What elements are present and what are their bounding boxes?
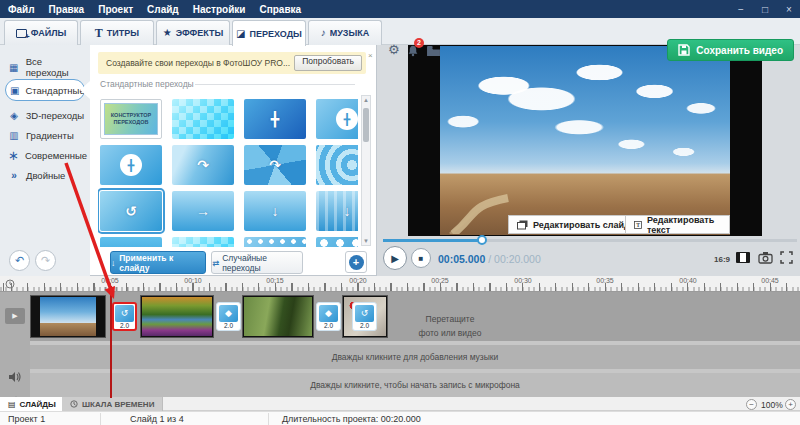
preview-photo: Редактировать слайд T Редактировать текс…	[440, 46, 730, 235]
zoom-in-button[interactable]: +	[785, 399, 796, 410]
promo-close-icon[interactable]: ×	[368, 51, 373, 60]
transition-tile-ripple[interactable]	[316, 145, 358, 185]
transition-tile-checker[interactable]	[172, 237, 234, 247]
apply-to-slide-button[interactable]: ↓ Применить к слайду	[110, 251, 206, 274]
svg-text:T: T	[636, 222, 640, 228]
seekbar-handle[interactable]	[477, 235, 487, 245]
menu-slide[interactable]: Слайд	[147, 4, 179, 15]
slides-track[interactable]: ↺ 2.0 ◆ 2.0 ◆ 2.0 ↺ 2.0 Перетащите фото	[30, 292, 800, 341]
transition-tile-dots[interactable]	[244, 237, 306, 247]
sidebar-item-modern[interactable]: ∗ Современные	[8, 146, 86, 164]
sidebar-item-gradients[interactable]: ▥ Градиенты	[8, 126, 86, 144]
transition-badge-1-icon: ↺	[115, 305, 134, 322]
shuffle-icon: ⇄	[212, 258, 219, 268]
timescale-clock-icon	[70, 400, 78, 408]
menu-edit[interactable]: Правка	[49, 4, 85, 15]
seekbar-progress	[383, 239, 481, 242]
minimize-button[interactable]: −	[734, 4, 748, 15]
sidebar-item-3d[interactable]: ◈ 3D-переходы	[8, 106, 86, 124]
transition-badge-2-icon: ◆	[219, 305, 238, 322]
transition-tile-page-curl-selected[interactable]: ↺	[100, 191, 162, 231]
stop-button[interactable]: ■	[411, 248, 431, 268]
slide-thumb-3[interactable]	[242, 295, 314, 338]
letterbox-toggle-icon[interactable]	[736, 252, 750, 263]
random-transitions-button[interactable]: ⇄ Случайные переходы	[211, 251, 303, 274]
transition-tile-expand[interactable]: ╋	[244, 99, 306, 139]
edit-slide-button[interactable]: Редактировать слайд	[508, 215, 639, 234]
aspect-ratio-label[interactable]: 16:9	[714, 255, 730, 264]
notification-badge: 2	[414, 38, 424, 48]
tab-music[interactable]: ♪ МУЗЫКА	[308, 20, 382, 45]
music-track[interactable]: Дважды кликните для добавления музыки	[30, 345, 800, 369]
promo-banner: Создавайте свои переходы в ФотоШОУ PRO..…	[98, 52, 366, 74]
ruler-major-ticks	[0, 283, 800, 291]
tab-files[interactable]: + ФАЙЛЫ	[4, 20, 78, 45]
tab-titles[interactable]: T ТИТРЫ	[80, 20, 154, 45]
slides-track-icon[interactable]: ▶	[5, 308, 25, 324]
microphone-track[interactable]: Дважды кликните, чтобы начать запись с м…	[30, 373, 800, 397]
transition-tile-mosaic[interactable]	[316, 237, 358, 247]
transition-tile-pinwheel[interactable]: ↷	[244, 145, 306, 185]
transition-tile-slide-right[interactable]: →	[172, 191, 234, 231]
transition-constructor-tile[interactable]: КОНСТРУКТОР ПЕРЕХОДОВ	[100, 99, 162, 139]
track-rail: ▶	[0, 292, 30, 397]
transition-tile-circle-open[interactable]: ╋	[316, 99, 358, 139]
menu-help[interactable]: Справка	[259, 4, 301, 15]
transition-badge-4[interactable]: ↺ 2.0	[352, 302, 377, 331]
timeline-ruler[interactable]: 00:05 00:10 00:15 00:20 00:25 00:30 00:3…	[0, 276, 800, 292]
add-transition-button[interactable]: +	[345, 251, 367, 273]
tab-slides-mode[interactable]: ▤ СЛАЙДЫ	[0, 397, 65, 411]
slide-3-photo	[244, 297, 312, 336]
3d-transitions-icon: ◈	[8, 110, 20, 121]
menu-file[interactable]: Файл	[8, 4, 35, 15]
transition-tile-corner-turn[interactable]: ↷	[172, 145, 234, 185]
snapshot-camera-icon[interactable]	[758, 251, 773, 264]
maximize-button[interactable]: □	[758, 4, 772, 15]
fullscreen-icon[interactable]	[780, 251, 793, 264]
projects-folder-icon[interactable]	[426, 45, 441, 57]
transition-badge-3[interactable]: ◆ 2.0	[316, 302, 341, 331]
scroll-down-icon[interactable]: ▼	[362, 238, 370, 244]
save-video-button[interactable]: Сохранить видео	[667, 39, 794, 61]
transition-badge-2[interactable]: ◆ 2.0	[216, 302, 241, 331]
close-button[interactable]: ×	[782, 4, 796, 15]
sidebar-item-double[interactable]: » Двойные	[8, 166, 86, 184]
music-icon: ♪	[321, 28, 326, 38]
transition-tile-circle-open-2[interactable]: ╋	[100, 145, 162, 185]
time-display: 00:05.000 / 00:20.000	[438, 253, 541, 265]
selected-item-pointer	[80, 81, 90, 99]
scrollbar-thumb[interactable]	[363, 108, 369, 142]
speaker-icon[interactable]	[8, 370, 22, 384]
total-time: / 00:20.000	[485, 253, 540, 265]
music-track-hint: Дважды кликните для добавления музыки	[30, 352, 800, 362]
transition-tile-fade[interactable]	[100, 237, 162, 247]
sidebar-item-all-transitions[interactable]: ▦ Все переходы	[8, 58, 86, 76]
sidebar-item-standard[interactable]: ▣ Стандартные	[5, 79, 85, 101]
transitions-panel: ▦ Все переходы ▣ Стандартные ◈ 3D-перехо…	[0, 45, 377, 276]
play-button[interactable]: ▶	[383, 246, 407, 270]
edit-text-button[interactable]: T Редактировать текст	[625, 215, 730, 234]
gear-icon[interactable]: ⚙	[388, 42, 400, 57]
promo-try-button[interactable]: Попробовать	[294, 55, 362, 71]
slide-thumb-1[interactable]	[30, 295, 106, 338]
tab-effects[interactable]: ★ ЭФФЕКТЫ	[156, 20, 230, 45]
tab-timescale-mode[interactable]: ШКАЛА ВРЕМЕНИ	[62, 397, 163, 411]
zoom-out-button[interactable]: −	[746, 399, 757, 410]
transition-tile-wave-down[interactable]: ↓	[316, 191, 358, 231]
transitions-icon: ◪	[236, 29, 245, 39]
undo-button[interactable]: ↶	[9, 250, 30, 271]
transition-tile-slide-down[interactable]: ↓	[244, 191, 306, 231]
transition-tile-checker-fade[interactable]	[172, 99, 234, 139]
transition-badge-1[interactable]: ↺ 2.0	[112, 302, 137, 331]
grid-scrollbar[interactable]: ▲ ▼	[361, 95, 371, 246]
edit-slide-icon	[517, 220, 528, 230]
menu-project[interactable]: Проект	[98, 4, 133, 15]
menu-settings[interactable]: Настройки	[193, 4, 246, 15]
redo-button[interactable]: ↷	[35, 250, 56, 271]
slide-thumb-2[interactable]	[140, 295, 214, 338]
tab-transitions[interactable]: ◪ ПЕРЕХОДЫ	[232, 20, 306, 46]
transitions-grid: КОНСТРУКТОР ПЕРЕХОДОВ ╋ ╋ ╋ ↷ ↷ ↺ → ↓ ↓	[98, 94, 358, 247]
scroll-up-icon[interactable]: ▲	[362, 97, 370, 103]
current-time: 00:05.000	[438, 253, 485, 265]
gradients-icon: ▥	[8, 130, 20, 141]
